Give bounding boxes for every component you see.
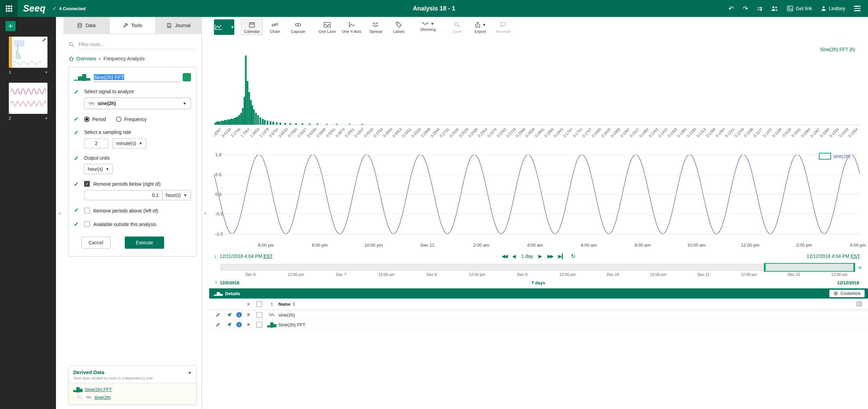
toolbar-chain-button[interactable]: Chain <box>264 19 286 35</box>
fft-x-tick-label: 0.1665 <box>591 127 602 138</box>
undo-icon[interactable]: ↶ <box>729 5 734 12</box>
period-radio[interactable]: Period <box>84 117 106 122</box>
available-outside-checkbox-row[interactable]: Available outside this analysis <box>84 221 191 228</box>
view-selector-button[interactable]: ▼ <box>214 19 234 35</box>
toolbar-spread-button[interactable]: Spread <box>365 19 387 35</box>
select-all-checkbox[interactable] <box>256 301 262 307</box>
signal-select-dropdown[interactable]: sine(2h) ▼ <box>84 98 191 109</box>
investigate-end-date[interactable]: 12/12/2018 <box>837 280 859 285</box>
get-link-button[interactable]: Get link <box>787 6 812 11</box>
cancel-button[interactable]: Cancel <box>81 237 111 249</box>
details-row-sine[interactable]: i × sine(2h) <box>209 310 868 320</box>
remove-below-unit-dropdown[interactable]: hour(s)▼ <box>162 190 191 200</box>
table-options-icon[interactable] <box>856 302 862 306</box>
step-forward-button[interactable]: ▶ <box>538 254 542 259</box>
worksheet-menu-icon[interactable]: ▾ <box>45 116 47 121</box>
display-range-start[interactable]: 12/11/2018 4:04 PM EST <box>220 253 273 259</box>
step-forward-fast-button[interactable]: ▶▶ <box>548 254 553 259</box>
derived-item-link[interactable]: sine(2h) <box>94 395 111 400</box>
connection-status: ✓ 4 Connected <box>53 5 86 12</box>
new-worksheet-button[interactable]: + <box>5 21 16 31</box>
sampling-rate-input[interactable]: 2 <box>84 138 108 148</box>
fast-forward-icon[interactable]: ⇉ <box>757 5 762 12</box>
edit-item-icon[interactable] <box>212 312 224 317</box>
tab-journal[interactable]: Journal <box>156 17 201 34</box>
details-row-fft[interactable]: i × ▃█▅ Sine(2h) FFT <box>209 320 868 330</box>
execute-button[interactable]: Execute <box>125 237 164 249</box>
remove-below-input[interactable]: 0.1 <box>84 190 162 200</box>
send-item-icon[interactable] <box>224 312 234 317</box>
remove-item-icon[interactable]: × <box>247 312 250 318</box>
remove-all-icon[interactable]: × <box>247 301 250 307</box>
step-to-end-button[interactable]: ▶▎ <box>558 254 566 259</box>
worksheet-thumbnail-2[interactable] <box>9 83 47 114</box>
breadcrumb-overview[interactable]: Overview <box>76 56 96 61</box>
remove-item-icon[interactable]: × <box>247 322 250 328</box>
result-name-input[interactable]: Sine(2h) FFT <box>93 73 179 82</box>
worksheet-menu-icon[interactable]: ▾ <box>45 70 47 75</box>
timeline-scrubber[interactable] <box>221 264 855 271</box>
customize-button[interactable]: Customize <box>829 290 865 297</box>
one-y-axis-icon <box>348 21 355 28</box>
display-range-end[interactable]: 12/12/2018 4:04 PM EST <box>807 253 860 259</box>
range-duration-button[interactable]: 1 day <box>521 253 533 259</box>
derived-data-header[interactable]: Derived Data View data created by tools … <box>68 366 196 383</box>
users-icon[interactable] <box>771 6 778 11</box>
timeline-tick-label: Dec 12 <box>788 272 800 277</box>
output-unit-dropdown[interactable]: hour(s)▼ <box>84 164 113 174</box>
investigate-duration[interactable]: 7 days <box>531 280 545 285</box>
remove-above-checkbox[interactable] <box>84 208 90 213</box>
sort-type-icon[interactable]: ▴▾ <box>271 302 272 307</box>
sampling-unit-dropdown[interactable]: minute(s)▼ <box>113 138 146 148</box>
range-start-arrow-icon[interactable]: ↓ <box>214 253 217 259</box>
remove-above-checkbox-row[interactable]: Remove periods above (left of) <box>84 207 191 214</box>
edit-item-icon[interactable] <box>212 322 224 327</box>
hamburger-menu-icon[interactable] <box>854 6 861 11</box>
derived-item-link[interactable]: Sine(2h) FFT <box>85 387 112 392</box>
name-column-header[interactable]: Name ▴▾ <box>278 302 294 307</box>
timeline-tick-label: Dec 8 <box>427 272 437 277</box>
sine-x-tick-label: 10:00 pm <box>364 243 383 248</box>
remove-below-checkbox-row[interactable]: ✓ Remove periods below (right of) <box>84 181 191 187</box>
frequency-radio[interactable]: Frequency <box>116 117 146 122</box>
fft-histogram-plot[interactable] <box>214 56 860 125</box>
item-info-icon[interactable]: i <box>236 312 242 318</box>
user-menu-button[interactable]: Lindsey <box>821 6 845 11</box>
axis-selection-box[interactable] <box>819 153 831 160</box>
step-back-fast-button[interactable]: ◀◀ <box>501 254 507 259</box>
sine-plot[interactable]: sine(2h) 1.00.50.0-0.5-1.0 <box>214 148 860 240</box>
collapse-worksheets-handle[interactable]: « <box>56 17 63 409</box>
app-launcher-button[interactable] <box>0 0 18 17</box>
investigate-start-date[interactable]: 12/5/2018 <box>220 280 239 285</box>
redo-icon[interactable]: ↷ <box>743 5 748 12</box>
remove-below-checkbox[interactable]: ✓ <box>84 181 90 187</box>
worksheet-2: 2 ▾ <box>9 83 47 125</box>
send-item-icon[interactable] <box>224 322 234 327</box>
tab-data[interactable]: Data <box>63 17 110 34</box>
auto-update-icon[interactable]: ↻ <box>571 253 576 259</box>
tab-tools[interactable]: Tools <box>110 17 156 34</box>
item-checkbox[interactable] <box>256 312 262 318</box>
collapse-tools-handle[interactable]: « <box>202 17 209 409</box>
timeline-extend-icon[interactable]: » <box>859 264 861 270</box>
item-info-icon[interactable]: i <box>236 322 242 327</box>
toolbar-calendar-button[interactable]: Calendar <box>241 19 263 35</box>
available-outside-checkbox[interactable] <box>84 221 90 227</box>
toolbar-one-lane-button[interactable]: One Lane <box>316 19 338 35</box>
edit-worksheet-icon[interactable] <box>42 38 46 42</box>
series-color-swatch[interactable] <box>183 73 191 81</box>
chevron-down-icon[interactable]: ▼ <box>188 371 192 375</box>
worksheet-thumbnail-1[interactable] <box>9 37 47 68</box>
toolbar-dimming-button[interactable]: ▼ Dimming <box>417 19 439 33</box>
item-checkbox[interactable] <box>256 322 262 328</box>
investigate-start-arrow-icon[interactable]: ↑ <box>215 280 217 286</box>
filter-tools-input[interactable] <box>78 40 196 49</box>
item-name[interactable]: Sine(2h) FFT <box>278 322 305 327</box>
toolbar-one-y-axis-button[interactable]: One Y-Axis <box>340 19 364 35</box>
breadcrumb-separator: » <box>98 56 101 61</box>
step-back-button[interactable]: ◀ <box>512 254 516 259</box>
toolbar-labels-button[interactable]: Labels <box>388 19 410 35</box>
toolbar-capsule-button[interactable]: Capsule <box>287 19 309 35</box>
toolbar-export-button[interactable]: ▼ Export <box>469 19 491 35</box>
item-name[interactable]: sine(2h) <box>278 312 295 318</box>
